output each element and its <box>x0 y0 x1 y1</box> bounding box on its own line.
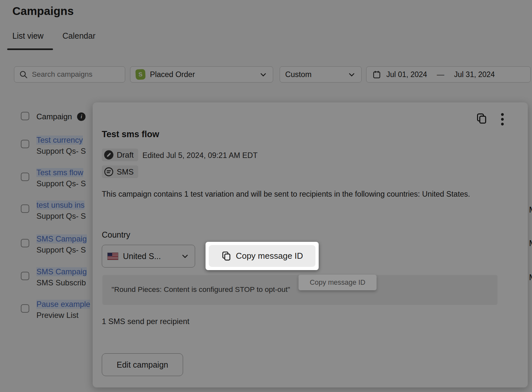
copy-message-id-label: Copy message ID <box>236 251 303 261</box>
campaigns-page: Campaigns List view Calendar S Placed Or… <box>0 0 532 392</box>
copy-message-id-tooltip: Copy message ID <box>299 275 377 290</box>
copy-message-id-button[interactable]: Copy message ID <box>209 245 315 267</box>
copy-icon <box>221 251 232 262</box>
dim-overlay <box>0 0 532 392</box>
spotlight-highlight: Copy message ID <box>206 242 319 270</box>
